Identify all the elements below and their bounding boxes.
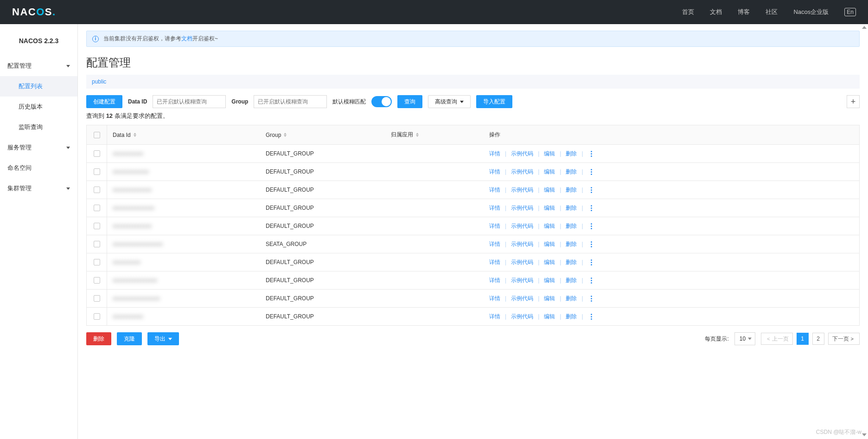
more-icon[interactable]	[591, 296, 592, 302]
col-dataid[interactable]: Data Id	[107, 128, 260, 142]
detail-link[interactable]: 详情	[489, 204, 500, 212]
group-input[interactable]	[254, 95, 327, 108]
example-link[interactable]: 示例代码	[511, 277, 533, 284]
example-link[interactable]: 示例代码	[511, 313, 533, 321]
more-icon[interactable]	[591, 241, 592, 247]
delete-link[interactable]: 删除	[566, 258, 577, 266]
edit-link[interactable]: 编辑	[544, 313, 555, 321]
row-checkbox[interactable]	[94, 295, 100, 302]
scrollbar[interactable]	[862, 25, 867, 437]
sidebar-group-config[interactable]: 配置管理	[0, 56, 77, 76]
page-1[interactable]: 1	[797, 333, 809, 345]
delete-link[interactable]: 删除	[566, 168, 577, 176]
more-icon[interactable]	[591, 223, 592, 229]
example-link[interactable]: 示例代码	[511, 168, 533, 176]
sidebar-item-listener[interactable]: 监听查询	[0, 117, 77, 137]
row-checkbox[interactable]	[94, 241, 100, 247]
more-icon[interactable]	[591, 259, 592, 265]
detail-link[interactable]: 详情	[489, 240, 500, 248]
detail-link[interactable]: 详情	[489, 258, 500, 266]
more-icon[interactable]	[591, 151, 592, 157]
example-link[interactable]: 示例代码	[511, 186, 533, 194]
example-link[interactable]: 示例代码	[511, 258, 533, 266]
delete-link[interactable]: 删除	[566, 240, 577, 248]
sidebar-item-history[interactable]: 历史版本	[0, 97, 77, 117]
example-link[interactable]: 示例代码	[511, 295, 533, 303]
example-link[interactable]: 示例代码	[511, 240, 533, 248]
sidebar-item-namespace[interactable]: 命名空间	[0, 158, 77, 178]
table-row: xxxxxxxxxxxxxxxDEFAULT_GROUP详情|示例代码|编辑|删…	[87, 199, 859, 217]
delete-link[interactable]: 删除	[566, 204, 577, 212]
nav-home[interactable]: 首页	[682, 8, 694, 16]
edit-link[interactable]: 编辑	[544, 168, 555, 176]
page-2[interactable]: 2	[812, 333, 824, 345]
row-checkbox[interactable]	[94, 205, 100, 211]
dataid-label: Data ID	[128, 98, 147, 105]
more-icon[interactable]	[591, 187, 592, 193]
edit-link[interactable]: 编辑	[544, 277, 555, 284]
row-checkbox[interactable]	[94, 223, 100, 229]
nav-community[interactable]: 社区	[766, 8, 778, 16]
edit-link[interactable]: 编辑	[544, 295, 555, 303]
edit-link[interactable]: 编辑	[544, 204, 555, 212]
row-checkbox[interactable]	[94, 168, 100, 175]
add-button[interactable]: +	[847, 95, 860, 108]
edit-link[interactable]: 编辑	[544, 222, 555, 230]
detail-link[interactable]: 详情	[489, 150, 500, 158]
detail-link[interactable]: 详情	[489, 186, 500, 194]
next-page-button[interactable]: 下一页>	[828, 333, 860, 345]
namespace-public[interactable]: public	[92, 78, 106, 85]
advanced-search-button[interactable]: 高级查询	[428, 95, 471, 108]
col-app[interactable]: 归属应用	[385, 127, 484, 143]
row-checkbox[interactable]	[94, 150, 100, 157]
delete-link[interactable]: 删除	[566, 313, 577, 321]
delete-link[interactable]: 删除	[566, 295, 577, 303]
table-row: xxxxxxxxxxxDEFAULT_GROUP详情|示例代码|编辑|删除|	[87, 145, 859, 163]
nav-blog[interactable]: 博客	[738, 8, 750, 16]
lang-toggle[interactable]: En	[844, 8, 856, 16]
notice-link[interactable]: 文档	[181, 35, 192, 42]
sidebar-group-cluster[interactable]: 集群管理	[0, 178, 77, 199]
edit-link[interactable]: 编辑	[544, 240, 555, 248]
more-icon[interactable]	[591, 278, 592, 284]
example-link[interactable]: 示例代码	[511, 222, 533, 230]
detail-link[interactable]: 详情	[489, 168, 500, 176]
example-link[interactable]: 示例代码	[511, 150, 533, 158]
row-checkbox[interactable]	[94, 277, 100, 284]
edit-link[interactable]: 编辑	[544, 150, 555, 158]
delete-link[interactable]: 删除	[566, 186, 577, 194]
example-link[interactable]: 示例代码	[511, 204, 533, 212]
delete-link[interactable]: 删除	[566, 222, 577, 230]
clone-button[interactable]: 克隆	[117, 332, 142, 345]
row-checkbox[interactable]	[94, 187, 100, 193]
nav-enterprise[interactable]: Nacos企业版	[793, 8, 829, 16]
export-button[interactable]: 导出	[147, 332, 179, 345]
more-icon[interactable]	[591, 169, 592, 175]
create-config-button[interactable]: 创建配置	[86, 95, 122, 108]
nav-docs[interactable]: 文档	[710, 8, 722, 16]
search-button[interactable]: 查询	[397, 95, 422, 108]
dataid-input[interactable]	[153, 95, 226, 108]
edit-link[interactable]: 编辑	[544, 186, 555, 194]
delete-button[interactable]: 删除	[86, 332, 111, 345]
import-config-button[interactable]: 导入配置	[476, 95, 512, 108]
delete-link[interactable]: 删除	[566, 150, 577, 158]
delete-link[interactable]: 删除	[566, 277, 577, 284]
detail-link[interactable]: 详情	[489, 277, 500, 284]
page-size-select[interactable]: 10	[734, 332, 755, 345]
sidebar-item-config-list[interactable]: 配置列表	[0, 76, 77, 97]
edit-link[interactable]: 编辑	[544, 258, 555, 266]
fuzzy-toggle[interactable]	[371, 96, 392, 107]
more-icon[interactable]	[591, 314, 592, 320]
select-all-checkbox[interactable]	[94, 132, 100, 138]
prev-page-button[interactable]: <上一页	[761, 333, 792, 345]
col-group[interactable]: Group	[260, 128, 385, 142]
more-icon[interactable]	[591, 205, 592, 211]
row-checkbox[interactable]	[94, 313, 100, 320]
detail-link[interactable]: 详情	[489, 313, 500, 321]
sidebar-group-service[interactable]: 服务管理	[0, 137, 77, 158]
detail-link[interactable]: 详情	[489, 222, 500, 230]
sidebar-label: 集群管理	[7, 184, 32, 193]
row-checkbox[interactable]	[94, 259, 100, 265]
detail-link[interactable]: 详情	[489, 295, 500, 303]
